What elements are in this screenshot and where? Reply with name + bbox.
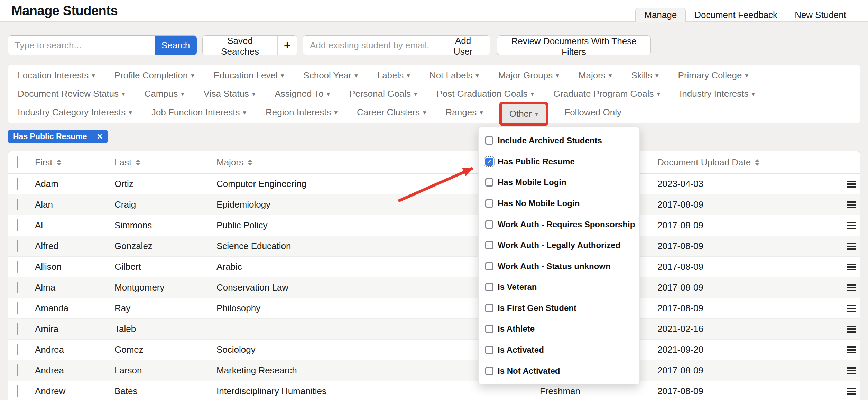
menu-item[interactable]: Is Veteran <box>479 282 639 292</box>
upload-date-cell: 2017-08-09 <box>654 199 843 210</box>
row-menu-icon[interactable] <box>847 349 856 351</box>
filter-dropdown[interactable]: Visa Status <box>203 86 256 102</box>
row-menu-icon[interactable] <box>847 391 856 392</box>
filter-dropdown[interactable]: Assigned To <box>274 86 331 102</box>
upload-date-cell: 2017-08-09 <box>654 261 843 272</box>
row-checkbox[interactable] <box>17 240 18 252</box>
row-menu-icon[interactable] <box>847 183 856 185</box>
filter-dropdown[interactable]: Campus <box>144 86 185 102</box>
row-checkbox[interactable] <box>17 178 18 190</box>
upload-date-cell: 2023-04-03 <box>654 179 843 189</box>
filter-dropdown[interactable]: Primary College <box>677 67 749 84</box>
filter-dropdown[interactable]: Personal Goals <box>349 86 418 102</box>
row-checkbox[interactable] <box>17 385 18 397</box>
filter-dropdown[interactable]: Profile Completion <box>114 67 195 84</box>
filter-dropdown[interactable]: Location Interests <box>17 67 96 84</box>
sort-arrows-icon[interactable] <box>755 159 760 166</box>
row-checkbox[interactable] <box>17 364 18 376</box>
menu-item[interactable]: Has No Mobile Login <box>479 199 639 208</box>
sort-arrows-icon[interactable] <box>136 159 140 166</box>
saved-searches-button[interactable]: Saved Searches <box>203 36 277 55</box>
menu-item[interactable]: Has Public Resume <box>479 157 639 166</box>
row-menu-icon[interactable] <box>847 246 856 247</box>
menu-item[interactable]: Work Auth - Requires Sponsorship <box>479 220 639 229</box>
search-input[interactable] <box>8 36 155 55</box>
checkbox[interactable] <box>485 136 493 145</box>
row-menu-icon[interactable] <box>847 370 856 371</box>
row-checkbox[interactable] <box>17 261 18 273</box>
menu-item[interactable]: Work Auth - Legally Authorized <box>479 240 639 250</box>
row-checkbox[interactable] <box>17 302 18 314</box>
checkbox[interactable] <box>485 199 493 208</box>
row-menu-icon[interactable] <box>847 308 856 309</box>
filter-dropdown[interactable]: Region Interests <box>265 104 338 121</box>
row-checkbox[interactable] <box>17 199 18 210</box>
checkbox[interactable] <box>485 158 493 166</box>
caret-down-icon <box>556 72 559 79</box>
tab[interactable]: New Student <box>786 8 855 22</box>
filter-dropdown[interactable]: Career Clusters <box>356 104 427 121</box>
row-checkbox[interactable] <box>17 323 18 335</box>
column-header[interactable]: First <box>31 157 111 168</box>
column-header[interactable]: Document Upload Date <box>654 157 843 168</box>
filter-dropdown[interactable]: Ranges <box>445 104 484 121</box>
filter-dropdown[interactable]: Education Level <box>213 67 285 84</box>
add-student-email-input[interactable] <box>303 36 436 55</box>
search-button[interactable]: Search <box>155 36 197 55</box>
checkbox[interactable] <box>485 241 493 249</box>
filter-dropdown[interactable]: Majors <box>578 67 613 84</box>
checkbox[interactable] <box>485 283 493 291</box>
filter-dropdown[interactable]: Industry Category Interests <box>17 104 133 121</box>
menu-item[interactable]: Work Auth - Status unknown <box>479 261 639 271</box>
checkbox[interactable] <box>485 220 493 229</box>
add-saved-search-button[interactable]: + <box>278 36 297 55</box>
select-all-checkbox[interactable] <box>17 156 18 168</box>
filter-dropdown[interactable]: Post Graduation Goals <box>436 86 535 102</box>
add-user-button[interactable]: Add User <box>436 36 490 55</box>
tab[interactable]: Manage <box>635 8 686 22</box>
sort-arrows-icon[interactable] <box>248 159 252 166</box>
menu-item[interactable]: Is Not Activated <box>479 366 639 376</box>
filter-dropdown[interactable]: School Year <box>303 67 358 84</box>
menu-item[interactable]: Has Mobile Login <box>479 178 639 187</box>
remove-filter-icon[interactable]: × <box>97 132 102 141</box>
tab[interactable]: Document Feedback <box>686 8 786 22</box>
filter-dropdown[interactable]: Major Groups <box>498 67 560 84</box>
header-checkbox-cell <box>8 157 31 168</box>
filter-label: Industry Interests <box>680 88 748 99</box>
checkbox[interactable] <box>485 304 493 312</box>
row-checkbox[interactable] <box>17 344 18 355</box>
column-header[interactable]: Last <box>111 157 213 168</box>
filter-dropdown[interactable]: Labels <box>377 67 411 84</box>
row-menu-icon[interactable] <box>847 266 856 268</box>
row-menu-icon[interactable] <box>847 287 856 288</box>
row-checkbox[interactable] <box>17 282 18 293</box>
menu-item[interactable]: Is Activated <box>479 345 639 355</box>
filter-dropdown[interactable]: Document Review Status <box>17 86 126 102</box>
row-menu-icon[interactable] <box>847 328 856 330</box>
row-checkbox[interactable] <box>17 219 18 231</box>
menu-item[interactable]: Include Archived Students <box>479 136 639 145</box>
filter-dropdown[interactable]: Industry Interests <box>679 86 756 102</box>
filter-dropdown[interactable]: Skills <box>630 67 659 84</box>
row-menu-icon[interactable] <box>847 204 856 206</box>
checkbox[interactable] <box>485 346 493 354</box>
row-menu-cell <box>843 298 860 318</box>
filter-dropdown[interactable]: Other <box>502 104 546 123</box>
tab-bar: Manage Document Feedback New Student <box>635 8 855 22</box>
row-menu-icon[interactable] <box>847 225 856 226</box>
checkbox[interactable] <box>485 178 493 187</box>
checkbox[interactable] <box>485 262 493 270</box>
review-documents-button[interactable]: Review Documents With These Filters <box>497 35 651 55</box>
filter-dropdown[interactable]: Job Function Interests <box>151 104 247 121</box>
checkbox[interactable] <box>485 325 493 333</box>
menu-item[interactable]: Is Athlete <box>479 324 639 334</box>
filter-dropdown[interactable]: Not Labels <box>429 67 480 84</box>
sort-arrows-icon[interactable] <box>57 159 62 166</box>
tab-label: New Student <box>795 10 846 20</box>
filter-dropdown[interactable]: Graduate Program Goals <box>553 86 661 102</box>
first-name-cell: Alma <box>31 282 111 293</box>
checkbox[interactable] <box>485 367 493 375</box>
menu-item[interactable]: Is First Gen Student <box>479 303 639 313</box>
filter-dropdown[interactable]: Followed Only <box>564 104 622 121</box>
